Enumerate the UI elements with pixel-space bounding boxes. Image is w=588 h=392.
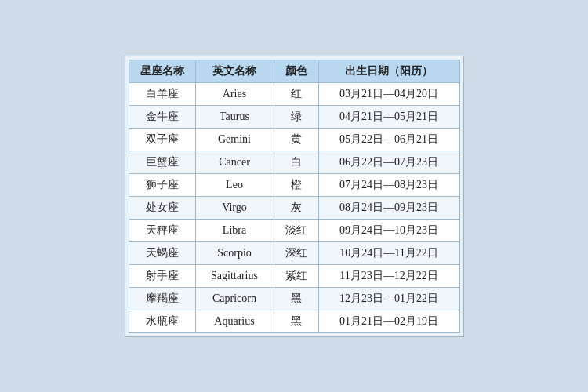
- cell-color: 白: [274, 151, 318, 173]
- cell-english: Gemini: [195, 128, 274, 151]
- cell-color: 绿: [274, 105, 318, 128]
- cell-english: Libra: [195, 219, 274, 241]
- cell-chinese: 天秤座: [129, 219, 195, 241]
- cell-color: 橙: [274, 173, 318, 196]
- cell-chinese: 处女座: [129, 196, 195, 219]
- cell-chinese: 摩羯座: [129, 287, 195, 310]
- cell-english: Capricorn: [195, 287, 274, 310]
- cell-english: Scorpio: [195, 241, 274, 264]
- cell-english: Leo: [195, 173, 274, 196]
- cell-color: 黑: [274, 310, 318, 332]
- table-header-row: 星座名称 英文名称 颜色 出生日期（阳历）: [129, 60, 459, 82]
- cell-color: 淡红: [274, 219, 318, 241]
- table-row: 巨蟹座Cancer白06月22日—07月23日: [129, 151, 459, 173]
- cell-date: 06月22日—07月23日: [318, 151, 459, 173]
- table-row: 双子座Gemini黄05月22日—06月21日: [129, 128, 459, 151]
- cell-chinese: 狮子座: [129, 173, 195, 196]
- header-english: 英文名称: [195, 60, 274, 82]
- cell-english: Taurus: [195, 105, 274, 128]
- table-row: 白羊座Aries红03月21日—04月20日: [129, 82, 459, 105]
- cell-date: 04月21日—05月21日: [318, 105, 459, 128]
- cell-date: 01月21日—02月19日: [318, 310, 459, 332]
- cell-color: 红: [274, 82, 318, 105]
- cell-date: 09月24日—10月23日: [318, 219, 459, 241]
- cell-date: 08月24日—09月23日: [318, 196, 459, 219]
- cell-english: Sagittarius: [195, 264, 274, 287]
- cell-chinese: 金牛座: [129, 105, 195, 128]
- cell-date: 03月21日—04月20日: [318, 82, 459, 105]
- cell-color: 深红: [274, 241, 318, 264]
- cell-chinese: 水瓶座: [129, 310, 195, 332]
- cell-date: 11月23日—12月22日: [318, 264, 459, 287]
- zodiac-table-container: 星座名称 英文名称 颜色 出生日期（阳历） 白羊座Aries红03月21日—04…: [125, 56, 464, 337]
- table-row: 水瓶座Aquarius黑01月21日—02月19日: [129, 310, 459, 332]
- cell-color: 黄: [274, 128, 318, 151]
- table-row: 金牛座Taurus绿04月21日—05月21日: [129, 105, 459, 128]
- table-row: 天秤座Libra淡红09月24日—10月23日: [129, 219, 459, 241]
- header-chinese: 星座名称: [129, 60, 195, 82]
- cell-date: 10月24日—11月22日: [318, 241, 459, 264]
- cell-chinese: 白羊座: [129, 82, 195, 105]
- table-row: 狮子座Leo橙07月24日—08月23日: [129, 173, 459, 196]
- cell-color: 黑: [274, 287, 318, 310]
- cell-english: Virgo: [195, 196, 274, 219]
- cell-color: 紫红: [274, 264, 318, 287]
- header-date: 出生日期（阳历）: [318, 60, 459, 82]
- cell-chinese: 巨蟹座: [129, 151, 195, 173]
- table-row: 处女座Virgo灰08月24日—09月23日: [129, 196, 459, 219]
- cell-date: 07月24日—08月23日: [318, 173, 459, 196]
- table-row: 天蝎座Scorpio深红10月24日—11月22日: [129, 241, 459, 264]
- cell-date: 12月23日—01月22日: [318, 287, 459, 310]
- cell-chinese: 双子座: [129, 128, 195, 151]
- cell-chinese: 射手座: [129, 264, 195, 287]
- header-color: 颜色: [274, 60, 318, 82]
- cell-english: Aquarius: [195, 310, 274, 332]
- cell-english: Aries: [195, 82, 274, 105]
- table-row: 摩羯座Capricorn黑12月23日—01月22日: [129, 287, 459, 310]
- table-row: 射手座Sagittarius紫红11月23日—12月22日: [129, 264, 459, 287]
- cell-chinese: 天蝎座: [129, 241, 195, 264]
- cell-color: 灰: [274, 196, 318, 219]
- zodiac-table: 星座名称 英文名称 颜色 出生日期（阳历） 白羊座Aries红03月21日—04…: [129, 60, 460, 333]
- cell-english: Cancer: [195, 151, 274, 173]
- cell-date: 05月22日—06月21日: [318, 128, 459, 151]
